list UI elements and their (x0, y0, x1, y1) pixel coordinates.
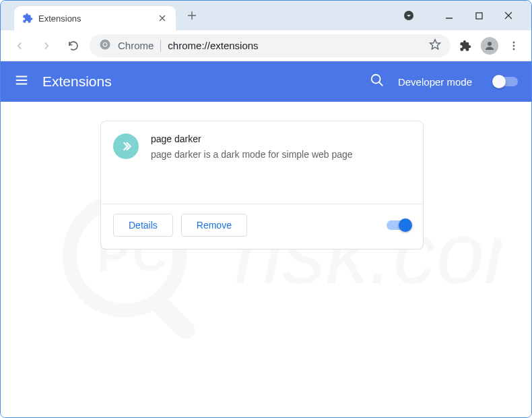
svg-point-9 (372, 75, 380, 84)
svg-point-4 (104, 42, 107, 46)
window-controls (442, 9, 526, 22)
svg-rect-1 (476, 13, 482, 19)
svg-point-7 (513, 44, 515, 47)
new-tab-button[interactable] (182, 6, 201, 25)
extensions-header: Extensions Developer mode (1, 61, 531, 102)
omnibox-url: chrome://extensions (168, 40, 422, 51)
tab-close-icon[interactable] (157, 13, 168, 24)
search-icon[interactable] (370, 73, 385, 90)
maximize-button[interactable] (472, 9, 486, 22)
omnibox-scheme-label: Chrome (118, 40, 154, 51)
extension-name: page darker (151, 133, 411, 144)
minimize-button[interactable] (442, 9, 456, 22)
extension-logo-icon (113, 133, 139, 159)
address-bar: Chrome chrome://extensions (1, 30, 531, 61)
tab-title: Extensions (38, 13, 152, 24)
close-window-button[interactable] (502, 9, 515, 22)
card-divider (101, 204, 423, 204)
svg-point-6 (513, 41, 515, 43)
browser-tab[interactable]: Extensions (14, 6, 176, 30)
forward-button[interactable] (36, 35, 57, 57)
omnibox[interactable]: Chrome chrome://extensions (90, 34, 451, 57)
details-button[interactable]: Details (113, 214, 173, 237)
kebab-menu-icon[interactable] (504, 36, 523, 55)
back-button[interactable] (9, 35, 30, 57)
titlebar: Extensions (1, 1, 531, 30)
extensions-puzzle-icon[interactable] (456, 36, 475, 55)
extension-card: page darker page darker is a dark mode f… (100, 121, 424, 249)
tab-search-icon[interactable] (402, 9, 415, 22)
hamburger-menu-icon[interactable] (14, 73, 29, 90)
profile-avatar-icon[interactable] (480, 36, 499, 55)
reload-button[interactable] (63, 35, 84, 57)
omnibox-divider (160, 40, 161, 52)
content-area: risk.comPC page darker page darker is a … (1, 102, 531, 417)
page-title: Extensions (42, 73, 356, 90)
extension-puzzle-icon (22, 13, 33, 24)
bookmark-star-icon[interactable] (429, 38, 441, 53)
toggle-knob (399, 218, 412, 232)
svg-rect-12 (147, 291, 199, 338)
svg-point-5 (488, 42, 492, 46)
browser-window: Extensions (0, 0, 532, 418)
svg-point-8 (513, 48, 515, 50)
developer-mode-label: Developer mode (398, 76, 472, 88)
toggle-knob (492, 75, 506, 88)
extension-description: page darker is a dark mode for simple we… (151, 148, 411, 162)
chrome-logo-icon (99, 38, 111, 53)
remove-button[interactable]: Remove (181, 214, 247, 237)
extension-enable-toggle[interactable] (387, 220, 411, 230)
developer-mode-toggle[interactable] (494, 77, 518, 86)
